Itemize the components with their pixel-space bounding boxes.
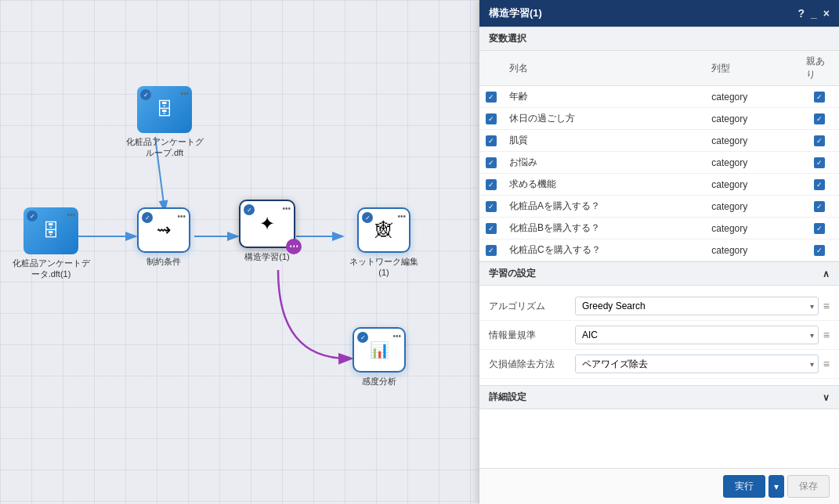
infocrit-control[interactable]: AIC BIC MDL ▾ — [575, 326, 819, 344]
table-header-row: 列名 列型 親あり — [479, 51, 839, 86]
node-proc2[interactable]: ✓ ••• ✦ ⋯ 構造学習(1) — [239, 200, 295, 262]
minimize-icon[interactable]: _ — [811, 7, 817, 20]
section-learning-settings[interactable]: 学習の設定 ∧ — [479, 261, 839, 286]
table-row: ✓ お悩み category ✓ — [479, 152, 839, 174]
missing-label: 欠損値除去方法 — [489, 358, 575, 371]
checkbox-2[interactable]: ✓ — [486, 135, 497, 146]
infocrit-select[interactable]: AIC BIC MDL — [575, 326, 819, 344]
infocrit-menu-icon[interactable]: ≡ — [823, 329, 830, 341]
checkbox-1[interactable]: ✓ — [486, 113, 497, 124]
table-row: ✓ 肌質 category ✓ — [479, 130, 839, 152]
node-check-proc1: ✓ — [142, 212, 153, 223]
checkbox-6[interactable]: ✓ — [486, 223, 497, 234]
node-check-db1: ✓ — [27, 211, 38, 221]
missing-menu-icon[interactable]: ≡ — [823, 358, 830, 370]
row-parent-0: ✓ — [800, 86, 839, 108]
run-button[interactable]: 実行 — [723, 475, 765, 498]
parent-check-3[interactable]: ✓ — [814, 157, 825, 168]
section-detail-label: 詳細設定 — [489, 391, 526, 404]
setting-infocrit-row: 情報量規準 AIC BIC MDL ▾ ≡ — [479, 321, 839, 350]
col-check — [479, 51, 503, 86]
variable-table: 列名 列型 親あり ✓ 年齢 category ✓ ✓ 休日の過ごし方 cate… — [479, 51, 839, 261]
node-menu-db2[interactable]: ••• — [180, 89, 189, 98]
node-menu-proc4[interactable]: ••• — [392, 332, 401, 340]
node-proc3[interactable]: ✓ ••• 🕸 ネットワーク編集(1) — [345, 207, 423, 279]
row-check-5[interactable]: ✓ — [479, 196, 503, 218]
row-check-7[interactable]: ✓ — [479, 239, 503, 261]
infocrit-label: 情報量規準 — [489, 329, 575, 342]
node-menu-proc3[interactable]: ••• — [397, 212, 406, 221]
parent-check-2[interactable]: ✓ — [814, 135, 825, 146]
row-type-4: category — [705, 174, 800, 196]
section-variable-selection: 変数選択 — [479, 27, 839, 51]
save-button[interactable]: 保存 — [787, 475, 830, 498]
run-dropdown-button[interactable]: ▾ — [768, 475, 784, 498]
node-menu-db1[interactable]: ••• — [67, 211, 75, 219]
col-type: 列型 — [705, 51, 800, 86]
spacer — [479, 409, 839, 456]
dialog-titlebar: 構造学習(1) ? _ × — [479, 0, 839, 27]
section-variable-label: 変数選択 — [489, 32, 526, 45]
proc1-icon: ⇝ — [157, 220, 171, 240]
node-db1[interactable]: ✓ ••• 🗄 化粧品アンケートデータ.dft(1) — [12, 207, 90, 280]
checkbox-5[interactable]: ✓ — [486, 201, 497, 212]
learning-collapse-icon[interactable]: ∧ — [823, 268, 830, 279]
row-name-5: 化粧品Aを購入する？ — [503, 196, 705, 218]
col-parent: 親あり — [800, 51, 839, 86]
help-icon[interactable]: ? — [797, 7, 805, 20]
checkbox-0[interactable]: ✓ — [486, 92, 497, 103]
algorithm-menu-icon[interactable]: ≡ — [823, 300, 830, 312]
node-label-proc3: ネットワーク編集(1) — [345, 256, 423, 279]
row-name-3: お悩み — [503, 152, 705, 174]
section-detail-settings[interactable]: 詳細設定 ∨ — [479, 385, 839, 409]
node-label-proc2: 構造学習(1) — [244, 251, 289, 262]
proc3-icon: 🕸 — [375, 220, 392, 240]
row-check-4[interactable]: ✓ — [479, 174, 503, 196]
node-menu-proc1[interactable]: ••• — [177, 212, 186, 221]
node-label-proc4: 感度分析 — [362, 376, 396, 387]
checkbox-3[interactable]: ✓ — [486, 157, 497, 168]
row-check-0[interactable]: ✓ — [479, 86, 503, 108]
row-check-2[interactable]: ✓ — [479, 130, 503, 152]
parent-check-5[interactable]: ✓ — [814, 201, 825, 212]
parent-check-0[interactable]: ✓ — [814, 92, 825, 103]
algorithm-control[interactable]: Greedy Search PC Exhaustive Search ▾ — [575, 297, 819, 315]
detail-collapse-icon[interactable]: ∨ — [823, 392, 830, 403]
table-row: ✓ 化粧品Aを購入する？ category ✓ — [479, 196, 839, 218]
node-proc1[interactable]: ✓ ••• ⇝ 制約条件 — [137, 207, 190, 267]
node-check-proc2: ✓ — [244, 204, 255, 215]
row-type-0: category — [705, 86, 800, 108]
checkbox-4[interactable]: ✓ — [486, 179, 497, 190]
row-parent-5: ✓ — [800, 196, 839, 218]
node-label-db2: 化粧品アンケートグループ.dft — [125, 136, 204, 159]
row-type-6: category — [705, 218, 800, 239]
node-check-proc4: ✓ — [357, 332, 368, 343]
row-type-1: category — [705, 108, 800, 130]
row-check-3[interactable]: ✓ — [479, 152, 503, 174]
close-icon[interactable]: × — [823, 7, 830, 20]
node-check-proc3: ✓ — [362, 212, 373, 223]
row-name-7: 化粧品Cを購入する？ — [503, 239, 705, 261]
node-db2[interactable]: ✓ ••• 🗄 化粧品アンケートグループ.dft — [125, 86, 204, 159]
node-label-proc1: 制約条件 — [146, 256, 181, 267]
parent-check-6[interactable]: ✓ — [814, 223, 825, 234]
row-parent-4: ✓ — [800, 174, 839, 196]
setting-missing-row: 欠損値除去方法 ペアワイズ除去 リストワイズ除去 ▾ ≡ — [479, 350, 839, 379]
checkbox-7[interactable]: ✓ — [486, 245, 497, 256]
node-proc4[interactable]: ✓ ••• 📊 感度分析 — [353, 327, 406, 387]
row-parent-7: ✓ — [800, 239, 839, 261]
row-check-1[interactable]: ✓ — [479, 108, 503, 130]
row-parent-1: ✓ — [800, 108, 839, 130]
parent-check-7[interactable]: ✓ — [814, 245, 825, 256]
missing-control[interactable]: ペアワイズ除去 リストワイズ除去 ▾ — [575, 355, 819, 373]
dialog-panel: 構造学習(1) ? _ × 変数選択 列名 列型 親あり ✓ — [479, 0, 839, 504]
parent-check-1[interactable]: ✓ — [814, 113, 825, 124]
dialog-title: 構造学習(1) — [489, 6, 542, 20]
missing-select[interactable]: ペアワイズ除去 リストワイズ除去 — [575, 355, 819, 373]
row-check-6[interactable]: ✓ — [479, 218, 503, 239]
node-menu-proc2[interactable]: ••• — [282, 204, 291, 213]
dialog-titlebar-icons: ? _ × — [797, 7, 830, 20]
parent-check-4[interactable]: ✓ — [814, 179, 825, 190]
algorithm-select[interactable]: Greedy Search PC Exhaustive Search — [575, 297, 819, 315]
section-learning-label: 学習の設定 — [489, 267, 536, 280]
